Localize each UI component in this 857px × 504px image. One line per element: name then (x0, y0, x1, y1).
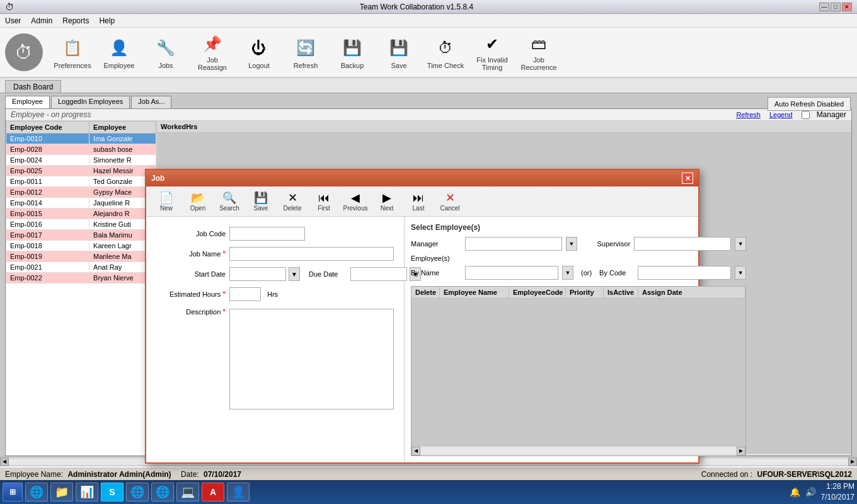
grid-scroll-left-btn[interactable]: ◀ (411, 447, 420, 455)
date-label: Date: (181, 470, 199, 479)
tab-loggedin[interactable]: LoggedIn Employees (51, 96, 130, 108)
modal-open-button[interactable]: 📂 Open (183, 189, 213, 214)
toolbar: ⏱ 📋 Preferences 👤 Employee 🔧 Jobs 📌 Job … (0, 28, 857, 78)
menu-reports[interactable]: Reports (62, 16, 89, 25)
menu-help[interactable]: Help (99, 16, 115, 25)
modal-delete-button[interactable]: ✕ Delete (277, 189, 308, 214)
taskbar-skype-icon[interactable]: S (101, 483, 124, 501)
modal-next-label: Next (381, 205, 394, 212)
table-row[interactable]: Emp-0014Jaqueline R (6, 198, 156, 209)
tab-employee[interactable]: Employee (5, 96, 50, 108)
manager-select-input[interactable] (465, 237, 562, 251)
table-row[interactable]: Emp-0017Bala Marimu (6, 230, 156, 241)
close-button[interactable]: ✕ (842, 3, 852, 11)
refresh-button[interactable]: 🔄 Refresh (284, 30, 328, 74)
modal-next-button[interactable]: ▶ Next (372, 189, 402, 214)
table-row[interactable]: Emp-0021Anat Ray (6, 262, 156, 273)
job-modal-close-button[interactable]: ✕ (682, 173, 693, 184)
by-code-dropdown-btn[interactable]: ▼ (735, 266, 746, 280)
modal-save-button[interactable]: 💾 Save (246, 189, 276, 214)
select-employees-title: Select Employee(s) (411, 223, 746, 232)
logout-icon: ⏻ (246, 35, 272, 60)
taskbar-excel-icon[interactable]: 📊 (76, 483, 98, 501)
job-name-row: Job Name * (156, 247, 394, 261)
modal-next-icon: ▶ (382, 191, 391, 205)
modal-new-button[interactable]: 📄 New (151, 189, 181, 214)
job-recurrence-button[interactable]: 🗃 Job Recurrence (517, 30, 561, 74)
supervisor-select-input[interactable] (634, 237, 731, 251)
maximize-button[interactable]: □ (831, 3, 841, 11)
connected-label: Connected on : (701, 470, 752, 479)
grid-hscroll[interactable]: ◀ ▶ (411, 445, 745, 455)
description-textarea[interactable] (229, 309, 394, 410)
refresh-label: Refresh (294, 62, 318, 69)
job-code-input[interactable] (229, 227, 305, 241)
estimated-hours-label: Estimated Hours * (156, 290, 226, 299)
table-row[interactable]: Emp-0018Kareen Lagr (6, 241, 156, 251)
taskbar-vs-icon[interactable]: 💻 (176, 483, 199, 501)
save-icon: 💾 (386, 35, 411, 60)
backup-button[interactable]: 💾 Backup (330, 30, 374, 74)
legend-link[interactable]: Legend (769, 111, 793, 118)
auto-refresh-button[interactable]: Auto Refresh Disabled (768, 97, 851, 111)
by-name-input[interactable] (465, 266, 558, 280)
table-row[interactable]: Emp-0022Bryan Nierve (6, 273, 156, 284)
scroll-left-btn[interactable]: ◀ (0, 457, 9, 466)
modal-search-icon: 🔍 (222, 191, 236, 205)
start-button[interactable]: ⊞ (3, 483, 23, 501)
dash-board-tab[interactable]: Dash Board (5, 80, 61, 93)
time-check-button[interactable]: ⏱ Time Check (423, 30, 468, 74)
estimated-hours-input[interactable] (229, 287, 261, 301)
manager-dropdown-btn[interactable]: ▼ (566, 237, 577, 251)
start-date-picker-btn[interactable]: ▼ (289, 267, 300, 281)
refresh-link[interactable]: Refresh (736, 111, 761, 118)
employee-button[interactable]: 👤 Employee (97, 30, 141, 74)
taskbar-chrome2-icon[interactable]: 🌐 (151, 483, 174, 501)
job-modal-title: Job (151, 174, 164, 183)
table-row[interactable]: Emp-0024Simonette R (6, 155, 156, 166)
table-row[interactable]: Emp-0028subash bose (6, 144, 156, 155)
grid-scroll-right-btn[interactable]: ▶ (737, 447, 745, 455)
table-row[interactable]: Emp-0016Kristine Guti (6, 219, 156, 230)
modal-cancel-button[interactable]: ✕ Cancel (435, 189, 465, 214)
start-date-input[interactable]: 05/30/2014 (229, 267, 286, 281)
taskbar-access-icon[interactable]: A (202, 483, 224, 501)
employee-progress-label: Employee - on progress (11, 110, 91, 119)
employee-grid: Delete Employee Name EmployeeCode Priori… (411, 286, 746, 456)
table-row[interactable]: Emp-0011Ted Gonzale (6, 176, 156, 187)
jobs-button[interactable]: 🔧 Jobs (144, 30, 188, 74)
tab-job-as[interactable]: Job As... (131, 96, 171, 108)
job-name-input[interactable] (229, 247, 394, 261)
due-date-input[interactable]: 05/30/2014 (350, 267, 407, 281)
fix-invalid-timing-button[interactable]: ✔ Fix Invalid Timing (470, 30, 514, 74)
table-row[interactable]: Emp-0025Hazel Messir (6, 166, 156, 176)
estimated-hours-row: Estimated Hours * Hrs (156, 287, 394, 301)
manager-checkbox[interactable] (802, 111, 810, 119)
job-code-label: Job Code (156, 230, 226, 238)
modal-search-button[interactable]: 🔍 Search (214, 189, 244, 214)
taskbar-explorer-icon[interactable]: 📁 (50, 483, 73, 501)
menu-user[interactable]: User (5, 16, 21, 25)
taskbar-user-icon[interactable]: 👤 (227, 483, 250, 501)
by-name-dropdown-btn[interactable]: ▼ (562, 266, 573, 280)
clock: 1:28 PM 7/10/2017 (821, 481, 854, 503)
table-row[interactable]: Emp-0010Ima Gonzale (6, 134, 156, 144)
save-button[interactable]: 💾 Save (377, 30, 421, 74)
job-reassign-button[interactable]: 📌 Job Reassign (190, 30, 234, 74)
logout-button[interactable]: ⏻ Logout (237, 30, 281, 74)
modal-last-button[interactable]: ⏭ Last (403, 190, 434, 214)
table-row[interactable]: Emp-0019Marilene Ma (6, 251, 156, 262)
preferences-button[interactable]: 📋 Preferences (50, 30, 95, 74)
table-row[interactable]: Emp-0015Alejandro R (6, 209, 156, 219)
taskbar-ie-icon[interactable]: 🌐 (25, 483, 48, 501)
menu-admin[interactable]: Admin (31, 16, 52, 25)
supervisor-dropdown-btn[interactable]: ▼ (735, 237, 746, 251)
scroll-right-btn[interactable]: ▶ (848, 457, 857, 466)
table-row[interactable]: Emp-0012Gypsy Mace (6, 187, 156, 198)
modal-first-button[interactable]: ⏮ First (309, 190, 339, 214)
modal-previous-button[interactable]: ◀ Previous (340, 189, 371, 214)
taskbar-chrome-icon[interactable]: 🌐 (126, 483, 149, 501)
minimize-button[interactable]: — (819, 3, 829, 11)
menu-bar: User Admin Reports Help (0, 14, 857, 28)
by-code-input[interactable] (638, 266, 731, 280)
